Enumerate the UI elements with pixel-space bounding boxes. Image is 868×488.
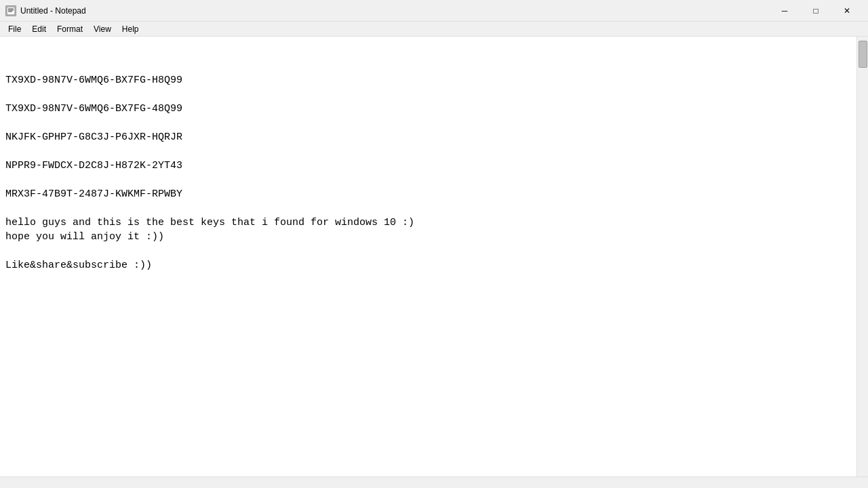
vertical-scrollbar[interactable] [856,37,868,476]
menu-view[interactable]: View [88,23,117,35]
minimize-button[interactable]: ─ [769,0,800,22]
title-bar: Untitled - Notepad ─ □ ✕ [0,0,868,22]
close-button[interactable]: ✕ [831,0,863,22]
horizontal-scrollbar[interactable] [0,476,868,488]
menu-format[interactable]: Format [52,23,88,35]
text-line: NKJFK-GPHP7-G8C3J-P6JXR-HQRJR [5,130,851,144]
menu-help[interactable]: Help [117,23,144,35]
text-line: Like&share&subscribe :)) [5,258,851,272]
scrollbar-thumb[interactable] [859,41,867,68]
menu-edit[interactable]: Edit [26,23,52,35]
menu-bar: File Edit Format View Help [0,22,868,37]
menu-file[interactable]: File [3,23,26,35]
empty-line [5,116,851,130]
notepad-icon [5,5,16,16]
content-area: TX9XD-98N7V-6WMQ6-BX7FG-H8Q99TX9XD-98N7V… [0,37,868,476]
text-editor[interactable]: TX9XD-98N7V-6WMQ6-BX7FG-H8Q99TX9XD-98N7V… [0,37,856,476]
empty-line [5,87,851,102]
svg-rect-0 [7,7,15,15]
empty-line [5,244,851,258]
notepad-window: Untitled - Notepad ─ □ ✕ File Edit Forma… [0,0,868,488]
text-line: NPPR9-FWDCX-D2C8J-H872K-2YT43 [5,159,851,173]
text-line: TX9XD-98N7V-6WMQ6-BX7FG-H8Q99 [5,73,851,87]
text-line: hope you will anjoy it :)) [5,230,851,244]
window-title: Untitled - Notepad [20,6,769,16]
maximize-button[interactable]: □ [800,0,831,22]
empty-line [5,201,851,216]
text-line: hello guys and this is the best keys tha… [5,216,851,230]
empty-line [5,173,851,187]
text-line: TX9XD-98N7V-6WMQ6-BX7FG-48Q99 [5,102,851,116]
window-controls: ─ □ ✕ [769,0,863,22]
text-line: MRX3F-47B9T-2487J-KWKMF-RPWBY [5,187,851,201]
empty-line [5,144,851,159]
